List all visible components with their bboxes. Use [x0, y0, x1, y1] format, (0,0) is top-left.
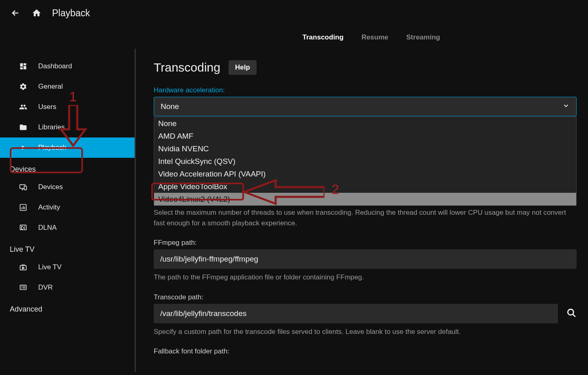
sidebar-item-label: Libraries — [38, 123, 65, 131]
dashboard-icon — [19, 62, 28, 71]
sidebar-item-playback[interactable]: Playback — [0, 137, 135, 158]
dd-option[interactable]: Video Acceleration API (VAAPI) — [154, 168, 576, 180]
svg-rect-8 — [20, 285, 26, 290]
activity-icon — [19, 203, 28, 212]
hw-accel-select[interactable]: None None AMD AMF Nvidia NVENC Intel Qui… — [154, 97, 577, 116]
sidebar-item-libraries[interactable]: Libraries — [0, 117, 135, 137]
dd-option[interactable]: Apple VideoToolBox — [154, 180, 576, 193]
livetv-icon — [19, 263, 28, 272]
ffmpeg-path-input[interactable]: /usr/lib/jellyfin-ffmpeg/ffmpeg — [154, 249, 577, 269]
devices-icon — [19, 183, 28, 192]
sidebar-section-livetv: Live TV — [0, 238, 135, 257]
hw-accel-dropdown: None AMD AMF Nvidia NVENC Intel QuickSyn… — [154, 117, 577, 206]
sidebar-item-label: Dashboard — [38, 62, 72, 70]
sidebar-item-users[interactable]: Users — [0, 97, 135, 117]
sidebar-item-label: DLNA — [38, 224, 57, 232]
dd-option[interactable]: Video4Linux2 (V4L2) — [154, 193, 576, 205]
ffmpeg-label: FFmpeg path: — [154, 239, 577, 247]
transcode-label: Transcode path: — [154, 293, 577, 301]
sidebar-item-devices[interactable]: Devices — [0, 177, 135, 197]
transcode-help-text: Specify a custom path for the transcode … — [154, 327, 577, 337]
svg-point-9 — [568, 309, 573, 315]
sidebar-item-label: General — [38, 83, 63, 91]
sidebar-item-livetv[interactable]: Live TV — [0, 257, 135, 277]
browse-button[interactable] — [566, 307, 577, 320]
back-button[interactable] — [10, 7, 21, 19]
main-content: Transcoding Help Hardware acceleration: … — [136, 49, 588, 372]
sidebar-item-general[interactable]: General — [0, 76, 135, 97]
dd-option[interactable]: Intel QuickSync (QSV) — [154, 155, 576, 168]
hw-accel-label: Hardware acceleration: — [154, 86, 577, 94]
play-icon — [19, 143, 28, 152]
tab-transcoding[interactable]: Transcoding — [303, 33, 344, 41]
tab-streaming[interactable]: Streaming — [406, 33, 440, 41]
gear-icon — [19, 82, 28, 91]
sidebar: Dashboard General Users Libraries Playba… — [0, 49, 136, 372]
sidebar-section-advanced: Advanced — [0, 298, 135, 317]
dd-option[interactable]: Nvidia NVENC — [154, 142, 576, 155]
thread-help-text: Select the maximum number of threads to … — [154, 207, 577, 228]
ffmpeg-help-text: The path to the FFmpeg application file … — [154, 272, 577, 283]
section-title: Transcoding — [154, 61, 220, 74]
sidebar-item-label: DVR — [38, 283, 53, 292]
sidebar-item-dvr[interactable]: DVR — [0, 277, 135, 298]
sidebar-item-label: Activity — [38, 203, 60, 211]
sidebar-item-label: Live TV — [38, 263, 61, 271]
page-title: Playback — [52, 8, 90, 19]
dlna-icon — [19, 223, 28, 232]
sidebar-section-devices: Devices — [0, 158, 135, 177]
tabs: Transcoding Resume Streaming — [0, 19, 588, 49]
help-button[interactable]: Help — [229, 60, 257, 75]
svg-rect-4 — [23, 206, 24, 209]
chevron-down-icon — [562, 102, 570, 111]
svg-rect-6 — [20, 225, 26, 230]
svg-rect-5 — [24, 207, 25, 209]
dd-option[interactable]: None — [154, 117, 576, 130]
sidebar-item-label: Playback — [38, 144, 66, 152]
dvr-icon — [19, 283, 28, 292]
home-button[interactable] — [31, 7, 42, 19]
hw-accel-value: None — [161, 102, 562, 111]
folder-icon — [19, 123, 28, 132]
sidebar-item-label: Devices — [38, 183, 63, 191]
users-icon — [19, 102, 28, 111]
transcode-path-input[interactable]: /var/lib/jellyfin/transcodes — [154, 304, 558, 323]
tab-resume[interactable]: Resume — [362, 33, 388, 41]
sidebar-item-label: Users — [38, 103, 56, 111]
fallback-font-label: Fallback font folder path: — [154, 347, 577, 355]
sidebar-item-activity[interactable]: Activity — [0, 197, 135, 218]
svg-rect-1 — [24, 186, 27, 190]
sidebar-item-dashboard[interactable]: Dashboard — [0, 56, 135, 76]
sidebar-item-dlna[interactable]: DLNA — [0, 218, 135, 238]
dd-option[interactable]: AMD AMF — [154, 130, 576, 142]
svg-rect-3 — [22, 207, 22, 209]
